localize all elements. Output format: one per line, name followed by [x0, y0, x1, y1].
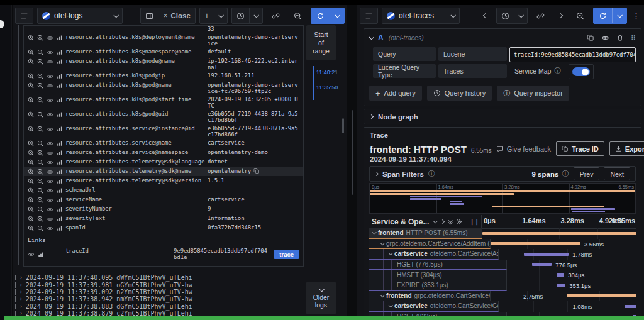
menu-button[interactable] — [15, 8, 33, 24]
toggle-field-icon[interactable] — [47, 216, 53, 223]
refresh-interval-button[interactable] — [330, 8, 344, 23]
table-row[interactable]: resource.attributes.k8s@pod@ip 192.168.5… — [24, 71, 303, 80]
filter-for-value-icon[interactable] — [28, 140, 34, 146]
filter-for-value-icon[interactable] — [28, 73, 34, 79]
expand-all-icon[interactable] — [456, 220, 461, 223]
log-line[interactable]: ›2024-09-19 11:37:40.095 dWYmC5IBtPhvV_u… — [15, 274, 339, 281]
table-row[interactable]: resource.attributes.telemetry@sdk@langua… — [24, 157, 303, 167]
field-stats-icon[interactable] — [57, 35, 63, 41]
query-type-value[interactable]: Traces — [438, 64, 507, 78]
filter-out-value-icon[interactable] — [37, 140, 43, 146]
table-row[interactable]: serviceName cartservice — [24, 195, 303, 204]
table-row[interactable]: severityText Information — [24, 214, 303, 223]
span-filters-bar[interactable]: Span Filters ⓘ 9 spansⓘ Prev Next — [369, 166, 636, 182]
add-caret-button[interactable] — [214, 8, 227, 23]
span-bar[interactable] — [482, 232, 636, 235]
filter-out-value-icon[interactable] — [37, 197, 43, 203]
span-row[interactable]: HMSET (304μs) 304μs — [369, 270, 636, 280]
collapse-span-icon[interactable] — [380, 241, 385, 245]
field-stats-icon[interactable] — [57, 178, 63, 184]
column-resize-handle[interactable]: ❘❘ — [470, 219, 481, 225]
toggle-field-icon[interactable] — [47, 111, 53, 118]
filter-out-value-icon[interactable] — [37, 168, 43, 175]
span-bar[interactable] — [625, 305, 636, 308]
filter-out-value-icon[interactable] — [37, 49, 43, 55]
drag-handle-icon[interactable]: ⠿ — [631, 34, 636, 42]
prev-span-button[interactable]: Prev — [574, 167, 600, 180]
time-caret-button[interactable] — [250, 8, 262, 23]
filter-for-value-icon[interactable] — [28, 168, 34, 175]
table-row[interactable]: resource.attributes.k8s@node@name ip-192… — [24, 57, 303, 71]
field-stats-icon[interactable] — [57, 49, 63, 55]
query-inspector-button[interactable]: ⓘQuery inspector — [497, 86, 569, 101]
collapse-all-icon[interactable] — [448, 219, 452, 224]
field-stats-icon[interactable] — [57, 150, 63, 156]
share-link-button[interactable] — [267, 8, 285, 24]
span-row[interactable]: frontendgrpc.oteldemo.CartService/Ge 2.7… — [369, 291, 636, 302]
field-stats-icon[interactable] — [57, 111, 63, 118]
filter-for-value-icon[interactable] — [28, 49, 34, 55]
time-picker-button[interactable] — [232, 8, 249, 23]
span-bar[interactable] — [557, 284, 565, 287]
datasource-picker[interactable]: otel-traces — [382, 8, 460, 24]
toggle-field-icon[interactable] — [47, 206, 53, 213]
field-stats-icon[interactable] — [57, 187, 63, 194]
span-row[interactable]: EXPIRE (353.1μs) 353.1μs — [369, 280, 636, 291]
move-pane-left-button[interactable] — [479, 8, 492, 24]
table-row[interactable]: resource.attributes.k8s@pod@name opentel… — [24, 80, 303, 95]
toggle-field-icon[interactable] — [47, 178, 53, 185]
toggle-field-icon[interactable] — [47, 187, 53, 194]
filter-for-value-icon[interactable] — [28, 159, 34, 165]
span-bar[interactable] — [567, 294, 636, 297]
toggle-field-icon[interactable] — [47, 35, 53, 41]
span-bar[interactable] — [524, 253, 569, 256]
start-of-range-button[interactable]: Startofrange — [306, 25, 336, 60]
move-pane-right-button[interactable] — [553, 8, 567, 24]
next-span-button[interactable]: Next — [604, 167, 630, 180]
menu-button[interactable] — [360, 8, 378, 24]
table-row[interactable]: resource.attributes.k8s@pod@uid e36b055d… — [24, 109, 303, 124]
node-graph-panel[interactable]: Node graph — [364, 109, 641, 124]
filter-for-value-icon[interactable] — [28, 82, 34, 89]
span-row[interactable]: HGET (776.5μs) 776.5μs — [369, 260, 636, 270]
field-stats-icon[interactable] — [57, 82, 63, 89]
table-row[interactable]: resource.attributes.k8s@pod@start_time 2… — [24, 95, 303, 109]
field-stats-icon[interactable] — [57, 159, 63, 165]
filter-out-value-icon[interactable] — [37, 150, 43, 156]
filter-for-value-icon[interactable] — [28, 111, 34, 118]
filter-out-value-icon[interactable] — [37, 216, 43, 222]
trace-minimap[interactable]: 0μs1.64ms3.28ms4.92ms6.55ms — [369, 183, 636, 214]
filter-for-value-icon[interactable] — [28, 126, 34, 132]
filter-for-value-icon[interactable] — [28, 58, 34, 65]
field-stats-icon[interactable] — [57, 73, 63, 79]
toggle-field-icon[interactable] — [47, 150, 53, 157]
datasource-picker[interactable]: otel-logs — [37, 8, 123, 24]
toggle-field-icon[interactable] — [47, 168, 53, 175]
collapse-one-icon[interactable] — [440, 219, 445, 224]
zoom-out-button[interactable] — [571, 8, 589, 24]
filter-out-value-icon[interactable] — [37, 225, 43, 231]
field-stats-icon[interactable] — [57, 126, 63, 132]
query-history-button[interactable]: Query history — [427, 86, 492, 101]
field-stats-icon[interactable] — [57, 168, 63, 175]
toggle-field-icon[interactable] — [47, 82, 53, 89]
filter-for-value-icon[interactable] — [28, 150, 34, 156]
filter-for-value-icon[interactable] — [28, 178, 34, 184]
toggle-field-icon[interactable] — [47, 49, 53, 56]
field-stats-icon[interactable] — [38, 251, 44, 258]
trace-id-row[interactable]: traceId 9e9ed85845ecadb13ddb97cdf7046d1e… — [24, 245, 303, 263]
kebab-menu-icon[interactable]: ⋮ — [631, 11, 641, 21]
service-map-toggle[interactable] — [572, 67, 590, 76]
field-stats-icon[interactable] — [57, 140, 63, 146]
field-stats-icon[interactable] — [57, 206, 63, 212]
collapse-query-icon[interactable] — [369, 35, 374, 40]
table-row[interactable]: severityNumber 9 — [24, 204, 303, 214]
filter-out-value-icon[interactable] — [37, 206, 43, 212]
details-scrollbar[interactable] — [342, 118, 344, 133]
trace-id-button[interactable]: Trace ID — [556, 141, 604, 156]
toggle-field-icon[interactable] — [47, 140, 53, 147]
duplicate-query-icon[interactable] — [587, 34, 594, 42]
field-stats-icon[interactable] — [57, 225, 63, 231]
time-caret-button[interactable] — [514, 8, 527, 23]
export-button[interactable]: Export — [609, 141, 644, 156]
